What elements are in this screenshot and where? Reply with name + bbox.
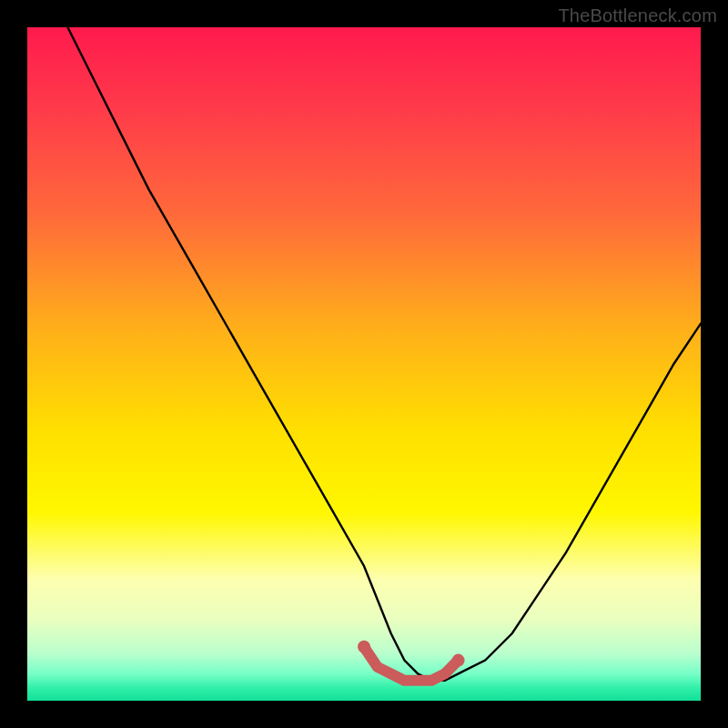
plot-area (27, 27, 701, 701)
chart-svg (27, 27, 701, 701)
optimal-band-end-dot (452, 654, 465, 667)
bottleneck-curve-path (67, 27, 701, 681)
optimal-band-start-dot (358, 641, 370, 653)
bottleneck-optimal-band-path (364, 647, 459, 681)
attribution-label: TheBottleneck.com (558, 5, 717, 26)
chart-frame: TheBottleneck.com (0, 0, 728, 728)
